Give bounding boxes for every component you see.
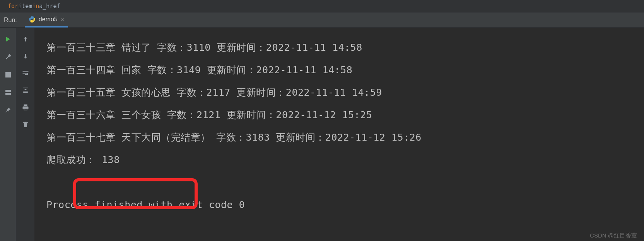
left-action-gutter	[0, 28, 16, 241]
code-text: a_href	[39, 3, 60, 10]
close-icon[interactable]: ×	[61, 16, 65, 23]
output-line: 第一百三十六章 三个女孩 字数：2121 更新时间：2022-11-12 15:…	[46, 104, 644, 126]
output-line: 第一百三十五章 女孩的心思 字数：2117 更新时间：2022-11-11 14…	[46, 81, 644, 104]
code-text: item	[18, 3, 32, 10]
console-output[interactable]: 第一百三十三章 错过了 字数：3110 更新时间：2022-11-11 14:5…	[35, 28, 644, 241]
output-line: 第一百三十三章 错过了 字数：3110 更新时间：2022-11-11 14:5…	[46, 36, 644, 59]
output-line: 第一百三十四章 回家 字数：3149 更新时间：2022-11-11 14:58	[46, 59, 644, 81]
trash-icon[interactable]	[21, 120, 30, 129]
soft-wrap-icon[interactable]	[21, 69, 30, 77]
layout-icon[interactable]	[4, 88, 12, 97]
svg-point-0	[31, 17, 31, 17]
python-icon	[29, 16, 36, 23]
process-finished-line: Process finished with exit code 0	[46, 194, 644, 216]
stop-icon[interactable]	[4, 71, 12, 79]
output-line-success: 爬取成功： 138	[46, 149, 644, 171]
keyword-in: in	[32, 3, 39, 10]
run-toolbar: Run: demo5 ×	[0, 12, 644, 28]
pin-icon[interactable]	[4, 106, 12, 115]
svg-point-1	[33, 21, 33, 22]
run-label: Run:	[4, 17, 17, 24]
scroll-to-end-icon[interactable]	[21, 86, 30, 95]
watermark-text: CSDN @红目香薰	[590, 232, 637, 239]
editor-code-line: for item in a_href	[0, 0, 644, 12]
output-line: 第一百三十七章 天下大同（完结章） 字数：3183 更新时间：2022-11-1…	[46, 126, 644, 149]
console-action-gutter	[16, 28, 35, 241]
run-tab[interactable]: demo5 ×	[25, 12, 68, 28]
arrow-up-icon[interactable]	[21, 35, 30, 43]
rerun-icon[interactable]	[4, 35, 12, 43]
tab-label: demo5	[39, 16, 58, 23]
wrench-icon[interactable]	[4, 53, 12, 61]
arrow-down-icon[interactable]	[21, 52, 30, 60]
print-icon[interactable]	[21, 103, 30, 112]
keyword-for: for	[8, 3, 18, 10]
